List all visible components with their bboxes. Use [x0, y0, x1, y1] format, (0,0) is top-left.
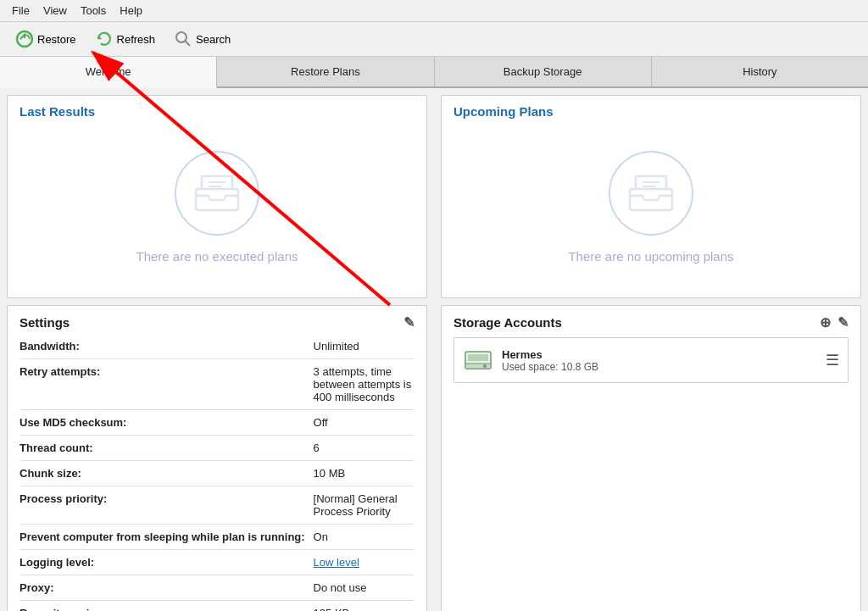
md5-key: Use MD5 checksum: — [19, 414, 305, 431]
svg-point-2 — [176, 32, 186, 42]
bandwidth-key: Bandwidth: — [19, 337, 305, 355]
storage-account-used: Used space: 10.8 GB — [502, 361, 598, 373]
inbox-icon-2 — [626, 172, 676, 214]
restore-label: Restore — [37, 33, 76, 46]
repo-val: 125 KB — [314, 604, 415, 611]
svg-rect-11 — [465, 364, 491, 369]
thread-key: Thread count: — [19, 439, 305, 457]
tab-welcome[interactable]: Welcome — [0, 57, 217, 88]
top-panels: Last Results There are no executed plans — [0, 88, 868, 305]
menu-help[interactable]: Help — [113, 2, 149, 19]
upcoming-plans-empty: There are no upcoming plans — [442, 125, 860, 297]
svg-line-3 — [186, 42, 191, 47]
retry-val: 3 attempts, time between attempts is 400… — [314, 363, 415, 406]
bandwidth-val: Unlimited — [314, 337, 415, 355]
sleep-key: Prevent computer from sleeping while pla… — [19, 528, 305, 546]
proxy-val: Do not use — [314, 579, 415, 597]
chunk-val: 10 MB — [314, 464, 415, 482]
sleep-val: On — [314, 528, 415, 546]
settings-title: Settings ✎ — [19, 314, 415, 330]
restore-button[interactable]: Restore — [8, 27, 83, 51]
search-button[interactable]: Search — [167, 27, 237, 51]
upcoming-plans-icon — [609, 151, 693, 236]
inbox-icon — [192, 172, 242, 214]
search-icon — [174, 30, 192, 48]
refresh-button[interactable]: Refresh — [88, 27, 163, 51]
priority-key: Process priority: — [19, 490, 305, 520]
upcoming-plans-title: Upcoming Plans — [442, 96, 860, 125]
storage-title: Storage Accounts ⊕ ✎ — [453, 314, 849, 330]
storage-panel: Storage Accounts ⊕ ✎ — [441, 305, 861, 611]
priority-val: [Normal] General Process Priority — [314, 490, 415, 520]
edit-storage-icon[interactable]: ✎ — [837, 314, 849, 330]
last-results-title: Last Results — [8, 96, 426, 125]
logging-key: Logging level: — [19, 553, 305, 571]
tabs: Welcome Restore Plans Backup Storage His… — [0, 57, 868, 88]
chunk-key: Chunk size: — [19, 464, 305, 482]
bottom-panels: Settings ✎ Bandwidth: Unlimited Retry at… — [0, 305, 868, 611]
settings-grid: Bandwidth: Unlimited Retry attempts: 3 a… — [19, 337, 415, 611]
upcoming-plans-empty-text: There are no upcoming plans — [568, 249, 733, 264]
storage-account-name: Hermes — [502, 348, 598, 361]
svg-rect-13 — [468, 354, 488, 361]
tab-backup-storage[interactable]: Backup Storage — [435, 57, 652, 86]
menu-tools[interactable]: Tools — [74, 2, 113, 19]
last-results-empty-text: There are no executed plans — [136, 249, 298, 264]
search-label: Search — [196, 33, 231, 46]
logging-val[interactable]: Low level — [314, 553, 415, 571]
last-results-icon — [175, 151, 259, 236]
svg-point-12 — [483, 364, 487, 368]
tab-history[interactable]: History — [652, 57, 868, 86]
tab-restore-plans[interactable]: Restore Plans — [217, 57, 434, 86]
main-content: Last Results There are no executed plans — [0, 88, 868, 611]
repo-key: Repository size: — [19, 604, 305, 611]
refresh-label: Refresh — [117, 33, 156, 46]
drive-icon — [463, 345, 493, 375]
retry-key: Retry attempts: — [19, 363, 305, 406]
settings-panel: Settings ✎ Bandwidth: Unlimited Retry at… — [7, 305, 427, 611]
md5-val: Off — [314, 414, 415, 431]
menubar: File View Tools Help — [0, 0, 868, 22]
last-results-panel: Last Results There are no executed plans — [7, 95, 427, 298]
last-results-empty: There are no executed plans — [8, 125, 426, 297]
menu-view[interactable]: View — [36, 2, 74, 19]
menu-file[interactable]: File — [5, 2, 36, 19]
storage-title-actions: ⊕ ✎ — [820, 314, 849, 330]
thread-val: 6 — [314, 439, 415, 457]
storage-item-hermes: Hermes Used space: 10.8 GB ☰ — [453, 337, 849, 383]
proxy-key: Proxy: — [19, 579, 305, 597]
toolbar: Restore Refresh Search — [0, 22, 868, 57]
settings-edit-icon[interactable]: ✎ — [403, 314, 415, 330]
upcoming-plans-panel: Upcoming Plans There are no upcoming pla… — [441, 95, 861, 298]
add-storage-icon[interactable]: ⊕ — [820, 314, 831, 330]
storage-item-menu-icon[interactable]: ☰ — [826, 351, 839, 369]
restore-icon — [15, 30, 34, 48]
refresh-icon — [95, 30, 114, 48]
